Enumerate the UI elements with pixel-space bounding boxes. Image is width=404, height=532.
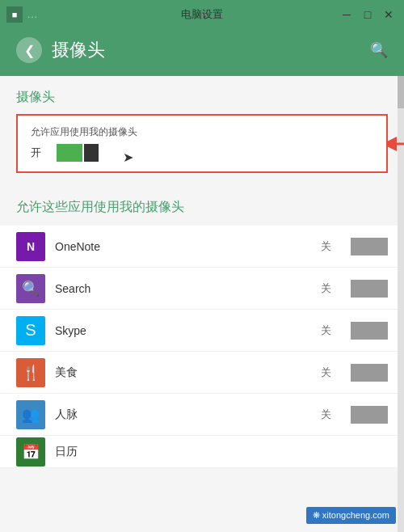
- contacts-icon: 👥: [16, 400, 45, 429]
- watermark-logo: ❋: [313, 510, 320, 520]
- permission-box: 允许应用使用我的摄像头 开: [16, 114, 388, 173]
- contacts-icon-symbol: 👥: [22, 406, 40, 424]
- app-list: N OneNote 关 🔍 Search 关 S Skype: [0, 226, 404, 468]
- app-name: OneNote: [55, 240, 311, 253]
- back-button[interactable]: ❮: [16, 37, 42, 63]
- main-window: ■ ... 电脑设置 ─ □ ✕ ❮ 摄像头 🔍 摄像头 允许应用使用我的摄像头: [0, 0, 404, 532]
- minimize-button[interactable]: ─: [338, 6, 356, 23]
- title-bar-left: ■ ...: [6, 6, 38, 23]
- app-name: Skype: [55, 324, 311, 337]
- app-name: 美食: [55, 365, 311, 380]
- toggle-thumb: [84, 144, 99, 162]
- title-bar-dots: ...: [27, 9, 38, 20]
- app-icon-symbol: ■: [12, 10, 18, 19]
- list-item: 📅 日历: [0, 436, 404, 468]
- app-status: 关: [321, 239, 331, 254]
- permission-label: 允许应用使用我的摄像头: [31, 125, 373, 139]
- red-arrow-indicator: [386, 134, 404, 154]
- app-status: 关: [321, 323, 331, 338]
- title-bar: ■ ... 电脑设置 ─ □ ✕: [0, 0, 404, 29]
- section1-title: 摄像头: [16, 89, 388, 106]
- camera-section: 摄像头 允许应用使用我的摄像头 开: [0, 76, 404, 192]
- list-item: 👥 人脉 关: [0, 394, 404, 436]
- app-toggle[interactable]: [351, 322, 388, 340]
- list-item: S Skype 关: [0, 310, 404, 352]
- skype-icon: S: [16, 316, 45, 345]
- toggle-track: [57, 144, 82, 162]
- header-left: ❮ 摄像头: [16, 37, 105, 63]
- section2-title: 允许这些应用使用我的摄像头: [0, 192, 404, 226]
- search-app-icon: 🔍: [16, 274, 45, 303]
- scroll-thumb[interactable]: [398, 76, 404, 108]
- list-item: 🍴 美食 关: [0, 352, 404, 394]
- toggle-on-label: 开: [31, 146, 47, 160]
- food-icon-symbol: 🍴: [22, 364, 40, 382]
- list-item: N OneNote 关: [0, 226, 404, 268]
- camera-toggle[interactable]: [57, 144, 99, 162]
- watermark-text: xitongcheng.com: [322, 510, 389, 520]
- page-title: 摄像头: [52, 38, 105, 62]
- app-toggle[interactable]: [351, 280, 388, 298]
- calendar-icon: 📅: [16, 437, 45, 467]
- page-header: ❮ 摄像头 🔍: [0, 29, 404, 76]
- app-icon: ■: [6, 6, 23, 23]
- title-bar-title: 电脑设置: [181, 7, 223, 22]
- app-name: 人脉: [55, 407, 311, 422]
- app-name: 日历: [55, 445, 388, 459]
- search-app-icon-symbol: 🔍: [22, 280, 40, 298]
- calendar-icon-symbol: 📅: [22, 443, 40, 461]
- main-content: 摄像头 允许应用使用我的摄像头 开: [0, 76, 404, 532]
- onenote-icon: N: [16, 232, 45, 261]
- food-icon: 🍴: [16, 358, 45, 387]
- app-toggle[interactable]: [351, 238, 388, 255]
- app-status: 关: [321, 407, 331, 422]
- cursor: ➤: [123, 150, 133, 165]
- app-toggle[interactable]: [351, 406, 388, 424]
- skype-icon-text: S: [25, 321, 36, 340]
- onenote-icon-text: N: [27, 240, 35, 253]
- app-status: 关: [321, 365, 331, 380]
- arrow-svg: [386, 134, 404, 154]
- watermark: ❋ xitongcheng.com: [306, 507, 396, 524]
- search-icon[interactable]: 🔍: [370, 41, 388, 59]
- app-name: Search: [55, 282, 311, 295]
- list-item: 🔍 Search 关: [0, 268, 404, 310]
- maximize-button[interactable]: □: [359, 6, 377, 23]
- toggle-row: 开: [31, 144, 373, 162]
- app-toggle[interactable]: [351, 364, 388, 382]
- close-button[interactable]: ✕: [380, 6, 398, 23]
- title-bar-controls: ─ □ ✕: [338, 6, 398, 23]
- app-status: 关: [321, 281, 331, 296]
